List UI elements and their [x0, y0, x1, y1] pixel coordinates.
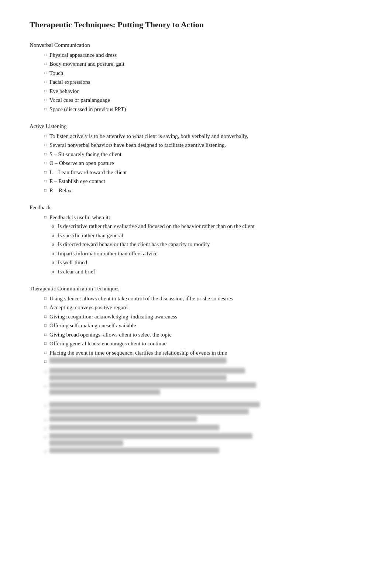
- list-item: Offering general leads: encourages clien…: [44, 339, 362, 348]
- section-nonverbal: Nonverbal Communication Physical appeara…: [30, 41, 362, 113]
- list-item-feedback-intro: Feedback is useful when it:: [44, 213, 362, 222]
- list-item: Imparts information rather than offers a…: [52, 249, 362, 258]
- section-therapeutic-comm-title: Therapeutic Communication Techniques: [30, 284, 362, 293]
- list-item: Is clear and brief: [52, 268, 362, 276]
- nonverbal-list: Physical appearance and dress Body movem…: [44, 51, 362, 114]
- list-item: Placing the event in time or sequence: c…: [44, 349, 362, 357]
- list-item: Offering self: making oneself available: [44, 321, 362, 330]
- feedback-intro-list: Feedback is useful when it:: [44, 213, 362, 222]
- list-item: Eye behavior: [44, 87, 362, 96]
- section-feedback-title: Feedback: [30, 203, 362, 212]
- list-item: Vocal cues or paralanguage: [44, 96, 362, 104]
- list-item: L – Lean forward toward the client: [44, 168, 362, 177]
- section-therapeutic-comm: Therapeutic Communication Techniques Usi…: [30, 284, 362, 454]
- therapeutic-comm-list: Using silence: allows client to take con…: [44, 294, 362, 365]
- list-item: Space (discussed in previous PPT): [44, 105, 362, 114]
- list-item: Is specific rather than general: [52, 231, 362, 240]
- section-nonverbal-title: Nonverbal Communication: [30, 41, 362, 49]
- page-title: Therapeutic Techniques: Putting Theory t…: [30, 18, 362, 31]
- list-item: Is descriptive rather than evaluative an…: [52, 222, 362, 231]
- list-item: Touch: [44, 69, 362, 77]
- list-item: S – Sit squarely facing the client: [44, 150, 362, 159]
- blurred-content-block: □ □ □ □ □: [44, 368, 362, 454]
- list-item: R – Relax: [44, 186, 362, 195]
- section-active-listening-title: Active Listening: [30, 122, 362, 131]
- list-item: Is directed toward behavior that the cli…: [52, 240, 362, 249]
- feedback-sub-list: Is descriptive rather than evaluative an…: [52, 222, 362, 276]
- list-item: O – Observe an open posture: [44, 159, 362, 168]
- list-item: Accepting: conveys positive regard: [44, 303, 362, 312]
- list-item-blurred: [44, 358, 362, 364]
- list-item: Using silence: allows client to take con…: [44, 294, 362, 303]
- list-item: Physical appearance and dress: [44, 51, 362, 59]
- active-listening-list: To listen actively is to be attentive to…: [44, 132, 362, 195]
- list-item: Facial expressions: [44, 78, 362, 86]
- list-item: Several nonverbal behaviors have been de…: [44, 141, 362, 149]
- list-item: E – Establish eye contact: [44, 177, 362, 186]
- list-item: Body movement and posture, gait: [44, 60, 362, 68]
- list-item: Giving recognition: acknowledging, indic…: [44, 313, 362, 321]
- list-item: Giving broad openings: allows client to …: [44, 331, 362, 339]
- section-feedback: Feedback Feedback is useful when it: Is …: [30, 203, 362, 276]
- section-active-listening: Active Listening To listen actively is t…: [30, 122, 362, 194]
- list-item: Is well-timed: [52, 258, 362, 267]
- list-item: To listen actively is to be attentive to…: [44, 132, 362, 141]
